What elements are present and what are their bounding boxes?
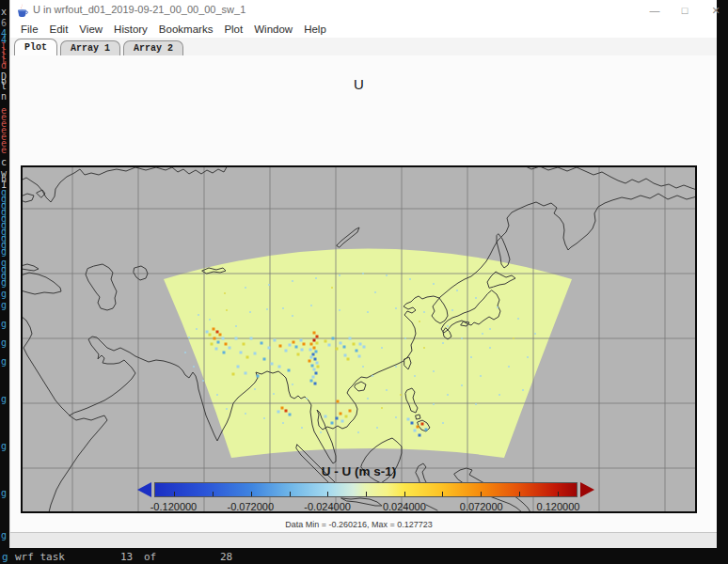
app-icon	[15, 3, 29, 18]
colorbar-tick-label: 0.072000	[460, 501, 503, 512]
colorbar	[154, 482, 578, 497]
data-point	[310, 305, 312, 306]
data-point	[395, 416, 397, 418]
data-point	[363, 346, 366, 349]
terminal-character: c	[1, 158, 7, 167]
data-point	[442, 422, 444, 424]
colorbar-title: U - U (m s-1)	[21, 464, 697, 478]
colorbar-tick	[404, 492, 405, 496]
data-point	[198, 314, 199, 316]
data-point	[475, 297, 477, 299]
data-point	[343, 346, 346, 349]
minimize-button[interactable]: —	[641, 3, 669, 18]
tab-plot[interactable]: Plot	[14, 39, 57, 55]
data-point	[482, 333, 483, 335]
data-point	[209, 319, 211, 321]
colorbar-tick	[327, 492, 328, 496]
colorbar-tick	[251, 492, 252, 496]
data-point	[235, 325, 237, 327]
menu-item-plot[interactable]: Plot	[218, 21, 248, 38]
data-point	[409, 278, 411, 280]
data-point	[414, 375, 416, 377]
menu-item-edit[interactable]: Edit	[44, 21, 74, 38]
data-point	[344, 354, 347, 357]
terminal-character: g	[1, 395, 7, 404]
terminal-character: g	[1, 357, 7, 367]
data-point	[337, 400, 340, 403]
menu-item-history[interactable]: History	[108, 21, 153, 38]
data-point	[324, 340, 327, 343]
terminal-character: 6	[1, 19, 7, 28]
menu-item-help[interactable]: Help	[298, 21, 332, 38]
data-point	[497, 306, 499, 308]
colorbar-tick	[213, 492, 214, 496]
data-point	[235, 337, 238, 340]
data-point	[312, 376, 315, 379]
data-point	[225, 343, 228, 346]
data-point	[263, 358, 266, 361]
title-bar[interactable]: U in wrfout_d01_2019-09-21_00_00_00_sw_1…	[10, 0, 717, 21]
data-point	[289, 414, 292, 416]
close-button[interactable]: ✕	[702, 3, 728, 18]
data-point	[306, 398, 308, 400]
data-point	[289, 344, 292, 347]
terminal-character: g	[1, 338, 7, 348]
data-point	[193, 366, 195, 368]
data-point	[297, 353, 300, 356]
data-point	[219, 334, 222, 337]
data-point	[356, 350, 358, 352]
data-point	[243, 343, 245, 346]
data-point	[470, 356, 472, 358]
data-point	[317, 366, 320, 368]
data-point	[268, 284, 270, 286]
data-point	[314, 383, 317, 385]
terminal-character: d	[1, 61, 7, 70]
desktop-screen: x644lllldDolneeeeeeecwn1gggggggggggggggg…	[0, 0, 728, 564]
menu-item-bookmarks[interactable]: Bookmarks	[153, 21, 219, 38]
data-point	[336, 417, 339, 420]
data-point	[232, 373, 235, 376]
tab-array-1[interactable]: Array 1	[60, 40, 120, 55]
data-point	[400, 394, 402, 396]
data-point	[320, 431, 322, 433]
menu-item-window[interactable]: Window	[248, 21, 298, 38]
data-point	[461, 337, 463, 339]
data-point	[282, 422, 284, 424]
colorbar-tick-label: -0.024000	[304, 501, 351, 512]
data-point	[339, 309, 340, 311]
data-point	[447, 325, 449, 327]
data-point	[315, 351, 318, 353]
data-point	[386, 389, 388, 391]
data-point	[316, 362, 319, 365]
data-point	[268, 347, 271, 350]
status-bar	[10, 532, 717, 548]
data-point	[215, 348, 218, 351]
data-point	[245, 287, 246, 289]
data-point	[359, 343, 362, 346]
data-point	[216, 394, 218, 396]
data-point	[309, 349, 312, 352]
data-point	[367, 398, 369, 400]
menu-item-file[interactable]: File	[15, 21, 44, 38]
data-point	[249, 311, 251, 313]
maximize-button[interactable]: □	[671, 3, 699, 18]
data-point	[281, 407, 284, 410]
terminal-character: l	[1, 82, 7, 91]
data-point	[357, 431, 359, 433]
data-point	[522, 389, 524, 391]
data-point	[349, 337, 352, 340]
map-plot	[21, 165, 697, 513]
terminal-character: g	[1, 290, 7, 299]
data-point	[372, 375, 373, 377]
data-point	[315, 277, 317, 279]
menu-item-view[interactable]: View	[73, 21, 108, 38]
terminal-text: g	[2, 551, 8, 563]
data-min-max-stats: Data Min = -0.260216, Max = 0.127723	[21, 520, 697, 529]
tab-array-2[interactable]: Array 2	[123, 40, 183, 55]
data-point	[206, 331, 209, 334]
data-point	[240, 352, 243, 354]
data-point	[328, 344, 331, 347]
data-point	[489, 328, 491, 330]
data-point	[315, 372, 318, 375]
data-point	[423, 311, 425, 313]
